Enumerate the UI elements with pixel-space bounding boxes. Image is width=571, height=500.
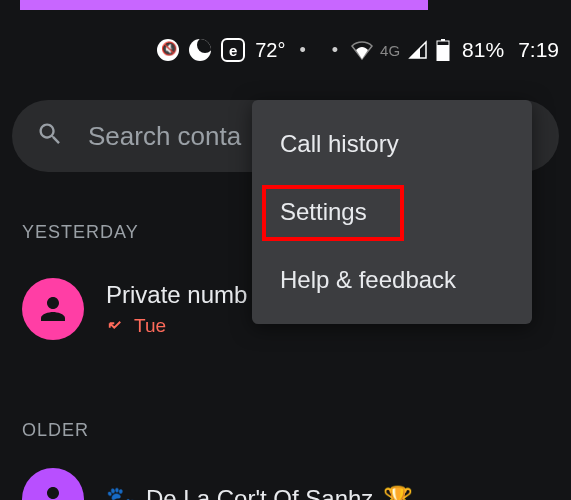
contact-name: Private numb (106, 281, 247, 309)
app-notification-icon: e (221, 38, 245, 62)
contact-name: De La Cor't Of Sanhz (146, 485, 373, 500)
wifi-icon (350, 40, 374, 60)
status-dot: • (299, 40, 305, 61)
contact-emoji-suffix: 🏆 (383, 485, 413, 500)
avatar (22, 468, 84, 500)
avatar (22, 278, 84, 340)
call-day: Tue (134, 315, 166, 337)
temperature: 72° (255, 39, 285, 62)
network-type: 4G (380, 42, 400, 59)
overflow-menu: Call history Settings Help & feedback (252, 100, 532, 324)
status-bar: e 72° • • 4G 81% 7:19 (0, 34, 559, 66)
battery-icon (436, 39, 450, 61)
menu-item-settings[interactable]: Settings (252, 178, 532, 246)
contact-emoji-prefix: 🐾 (106, 485, 136, 500)
menu-item-help-feedback[interactable]: Help & feedback (252, 246, 532, 314)
search-icon (36, 120, 64, 152)
clock-time: 7:19 (518, 38, 559, 62)
call-meta: Tue (106, 315, 247, 338)
call-log-row[interactable]: 🐾 De La Cor't Of Sanhz 🏆 (22, 468, 559, 500)
battery-percent: 81% (462, 38, 504, 62)
do-not-disturb-icon (189, 39, 211, 61)
menu-item-call-history[interactable]: Call history (252, 110, 532, 178)
search-placeholder: Search conta (88, 121, 241, 152)
svg-rect-2 (437, 45, 449, 61)
notification-accent-bar (20, 0, 428, 10)
status-dot: • (332, 40, 338, 61)
cellular-signal-icon (408, 40, 428, 60)
section-label-yesterday: YESTERDAY (22, 222, 139, 243)
volume-muted-icon (157, 39, 179, 61)
section-label-older: OLDER (22, 420, 89, 441)
missed-call-icon (106, 315, 124, 338)
